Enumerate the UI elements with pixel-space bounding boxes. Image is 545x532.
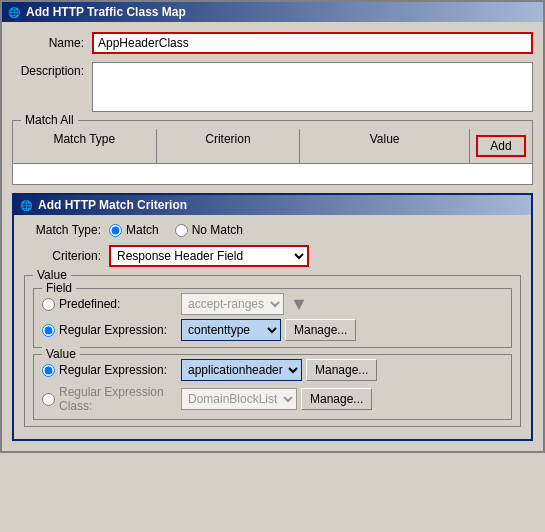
description-input[interactable] (92, 62, 533, 112)
match-radio[interactable] (109, 224, 122, 237)
criterion-row: Criterion: Response Header Field Request… (24, 245, 521, 267)
value-regular-expr-label: Regular Expression: (59, 363, 167, 377)
manage-button-3[interactable]: Manage... (301, 388, 372, 410)
predefined-radio-container: Predefined: (42, 297, 177, 311)
regular-expr-class-radio-container: Regular Expression Class: (42, 385, 177, 413)
inner-titlebar: 🌐 Add HTTP Match Criterion (14, 195, 531, 215)
match-option[interactable]: Match (109, 223, 159, 237)
no-match-label: No Match (192, 223, 243, 237)
regular-expr-class-dropdown[interactable]: DomainBlockList (181, 388, 297, 410)
value-group-title: Value (33, 268, 71, 282)
field-group: Field Predefined: accept-ranges ▼ (33, 288, 512, 348)
predefined-row: Predefined: accept-ranges ▼ (42, 293, 503, 315)
name-row: Name: (12, 32, 533, 54)
regular-expr-row: Regular Expression: contenttype Manage..… (42, 319, 503, 341)
field-group-title: Field (42, 281, 76, 295)
description-row: Description: (12, 62, 533, 112)
value-regular-expr-radio[interactable] (42, 364, 55, 377)
value-group: Value Field Predefined: accept-ranges (24, 275, 521, 427)
inner-window: 🌐 Add HTTP Match Criterion Match Type: M… (12, 193, 533, 441)
predefined-radio[interactable] (42, 298, 55, 311)
match-type-options: Match No Match (109, 223, 243, 237)
manage-button-2[interactable]: Manage... (306, 359, 377, 381)
regular-expr-radio-container: Regular Expression: (42, 323, 177, 337)
predefined-dropdown[interactable]: accept-ranges (181, 293, 284, 315)
match-label: Match (126, 223, 159, 237)
outer-window-icon: 🌐 (8, 7, 20, 18)
table-body (13, 164, 532, 184)
table-header: Match Type Criterion Value Add (13, 129, 532, 164)
outer-window-title: Add HTTP Traffic Class Map (26, 5, 186, 19)
inner-window-title: Add HTTP Match Criterion (38, 198, 187, 212)
add-button[interactable]: Add (476, 135, 526, 157)
match-all-title: Match All (21, 113, 78, 127)
match-type-row: Match Type: Match No Match (24, 223, 521, 237)
outer-titlebar: 🌐 Add HTTP Traffic Class Map (2, 2, 543, 22)
criterion-dropdown[interactable]: Response Header Field Request Header Fie… (109, 245, 309, 267)
match-type-label: Match Type: (24, 223, 109, 237)
match-all-group: Match All Match Type Criterion Value Add (12, 120, 533, 185)
regular-expr-class-radio[interactable] (42, 393, 55, 406)
value-regular-expr-row: Regular Expression: applicationheader Ma… (42, 359, 503, 381)
value-regular-expr-dropdown[interactable]: applicationheader (181, 359, 302, 381)
predefined-dropdown-arrow: ▼ (290, 294, 308, 315)
add-btn-cell: Add (470, 129, 532, 163)
manage-button-1[interactable]: Manage... (285, 319, 356, 341)
no-match-option[interactable]: No Match (175, 223, 243, 237)
col-match-type: Match Type (13, 129, 157, 163)
regular-expr-class-label: Regular Expression Class: (59, 385, 177, 413)
regular-expr-class-row: Regular Expression Class: DomainBlockLis… (42, 385, 503, 413)
value-regular-expr-radio-container: Regular Expression: (42, 363, 177, 377)
name-label: Name: (12, 36, 92, 50)
regular-expr-dropdown[interactable]: contenttype (181, 319, 281, 341)
col-criterion: Criterion (157, 129, 301, 163)
no-match-radio[interactable] (175, 224, 188, 237)
value-sub-group: Value Regular Expression: applicationhea… (33, 354, 512, 420)
regular-expr-label: Regular Expression: (59, 323, 167, 337)
outer-content: Name: Description: Match All Match Type … (2, 22, 543, 451)
col-value: Value (300, 129, 470, 163)
name-input[interactable] (92, 32, 533, 54)
outer-window: 🌐 Add HTTP Traffic Class Map Name: Descr… (0, 0, 545, 453)
regular-expr-radio[interactable] (42, 324, 55, 337)
value-sub-title: Value (42, 347, 80, 361)
inner-window-icon: 🌐 (20, 200, 32, 211)
inner-content: Match Type: Match No Match Cri (14, 215, 531, 439)
predefined-label: Predefined: (59, 297, 120, 311)
criterion-label: Criterion: (24, 249, 109, 263)
description-label: Description: (12, 62, 92, 78)
